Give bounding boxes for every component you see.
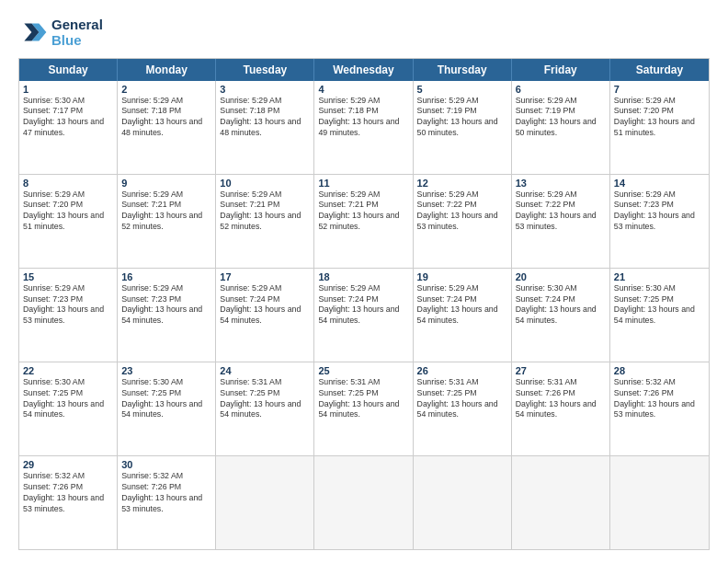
calendar-day-27: 27Sunrise: 5:31 AM Sunset: 7:26 PM Dayli…	[512, 362, 610, 455]
calendar-day-12: 12Sunrise: 5:29 AM Sunset: 7:22 PM Dayli…	[414, 175, 512, 268]
day-number: 21	[614, 271, 705, 282]
day-info: Sunrise: 5:29 AM Sunset: 7:21 PM Dayligh…	[220, 190, 310, 234]
day-info: Sunrise: 5:31 AM Sunset: 7:25 PM Dayligh…	[318, 377, 408, 421]
day-number: 4	[318, 84, 408, 95]
calendar-day-10: 10Sunrise: 5:29 AM Sunset: 7:21 PM Dayli…	[216, 175, 314, 268]
day-number: 24	[220, 365, 310, 376]
calendar-day-21: 21Sunrise: 5:30 AM Sunset: 7:25 PM Dayli…	[610, 269, 709, 362]
header-day-sunday: Sunday	[19, 59, 118, 81]
day-info: Sunrise: 5:29 AM Sunset: 7:22 PM Dayligh…	[516, 190, 606, 234]
calendar-day-14: 14Sunrise: 5:29 AM Sunset: 7:23 PM Dayli…	[610, 175, 709, 268]
day-info: Sunrise: 5:30 AM Sunset: 7:17 PM Dayligh…	[23, 96, 113, 140]
calendar-empty-cell	[512, 456, 610, 549]
calendar-day-16: 16Sunrise: 5:29 AM Sunset: 7:23 PM Dayli…	[118, 269, 216, 362]
day-info: Sunrise: 5:29 AM Sunset: 7:24 PM Dayligh…	[318, 283, 408, 327]
day-number: 14	[614, 178, 705, 189]
day-info: Sunrise: 5:29 AM Sunset: 7:23 PM Dayligh…	[121, 283, 211, 327]
day-number: 6	[516, 84, 606, 95]
logo: General Blue	[18, 17, 103, 49]
calendar-day-29: 29Sunrise: 5:32 AM Sunset: 7:26 PM Dayli…	[19, 456, 118, 549]
day-number: 16	[121, 271, 211, 282]
day-number: 23	[121, 365, 211, 376]
day-number: 17	[220, 271, 310, 282]
day-number: 25	[318, 365, 408, 376]
header-day-saturday: Saturday	[610, 59, 709, 81]
calendar-empty-cell	[610, 456, 709, 549]
day-number: 2	[121, 84, 211, 95]
day-number: 10	[220, 178, 310, 189]
day-number: 26	[417, 365, 507, 376]
calendar-day-22: 22Sunrise: 5:30 AM Sunset: 7:25 PM Dayli…	[19, 362, 118, 455]
calendar-day-6: 6Sunrise: 5:29 AM Sunset: 7:19 PM Daylig…	[512, 81, 610, 174]
day-number: 8	[23, 178, 113, 189]
day-number: 20	[516, 271, 606, 282]
calendar-day-28: 28Sunrise: 5:32 AM Sunset: 7:26 PM Dayli…	[610, 362, 709, 455]
logo-text: General Blue	[51, 17, 103, 49]
calendar-day-17: 17Sunrise: 5:29 AM Sunset: 7:24 PM Dayli…	[216, 269, 314, 362]
day-info: Sunrise: 5:29 AM Sunset: 7:24 PM Dayligh…	[417, 283, 507, 327]
day-number: 13	[516, 178, 606, 189]
page: General Blue SundayMondayTuesdayWednesda…	[0, 0, 728, 563]
day-number: 12	[417, 178, 507, 189]
day-info: Sunrise: 5:30 AM Sunset: 7:25 PM Dayligh…	[614, 283, 705, 327]
header-day-wednesday: Wednesday	[314, 59, 413, 81]
calendar-empty-cell	[216, 456, 314, 549]
calendar-day-23: 23Sunrise: 5:30 AM Sunset: 7:25 PM Dayli…	[118, 362, 216, 455]
day-info: Sunrise: 5:30 AM Sunset: 7:24 PM Dayligh…	[516, 283, 606, 327]
header-day-monday: Monday	[118, 59, 216, 81]
day-number: 19	[417, 271, 507, 282]
header-day-friday: Friday	[512, 59, 610, 81]
day-number: 1	[23, 84, 113, 95]
day-number: 15	[23, 271, 113, 282]
day-number: 27	[516, 365, 606, 376]
calendar-day-5: 5Sunrise: 5:29 AM Sunset: 7:19 PM Daylig…	[414, 81, 512, 174]
day-info: Sunrise: 5:29 AM Sunset: 7:23 PM Dayligh…	[23, 283, 113, 327]
calendar-day-2: 2Sunrise: 5:29 AM Sunset: 7:18 PM Daylig…	[118, 81, 216, 174]
header-day-tuesday: Tuesday	[216, 59, 314, 81]
calendar-day-13: 13Sunrise: 5:29 AM Sunset: 7:22 PM Dayli…	[512, 175, 610, 268]
calendar-row-4: 22Sunrise: 5:30 AM Sunset: 7:25 PM Dayli…	[19, 362, 709, 455]
day-info: Sunrise: 5:29 AM Sunset: 7:19 PM Dayligh…	[417, 96, 507, 140]
calendar-body: 1Sunrise: 5:30 AM Sunset: 7:17 PM Daylig…	[19, 81, 709, 550]
day-info: Sunrise: 5:29 AM Sunset: 7:24 PM Dayligh…	[220, 283, 310, 327]
calendar-day-24: 24Sunrise: 5:31 AM Sunset: 7:25 PM Dayli…	[216, 362, 314, 455]
day-info: Sunrise: 5:31 AM Sunset: 7:25 PM Dayligh…	[220, 377, 310, 421]
day-info: Sunrise: 5:31 AM Sunset: 7:26 PM Dayligh…	[516, 377, 606, 421]
day-number: 9	[121, 178, 211, 189]
day-info: Sunrise: 5:29 AM Sunset: 7:18 PM Dayligh…	[318, 96, 408, 140]
day-info: Sunrise: 5:29 AM Sunset: 7:19 PM Dayligh…	[516, 96, 606, 140]
day-info: Sunrise: 5:29 AM Sunset: 7:20 PM Dayligh…	[614, 96, 705, 140]
day-info: Sunrise: 5:29 AM Sunset: 7:21 PM Dayligh…	[121, 190, 211, 234]
calendar-day-19: 19Sunrise: 5:29 AM Sunset: 7:24 PM Dayli…	[414, 269, 512, 362]
calendar-day-15: 15Sunrise: 5:29 AM Sunset: 7:23 PM Dayli…	[19, 269, 118, 362]
calendar-day-7: 7Sunrise: 5:29 AM Sunset: 7:20 PM Daylig…	[610, 81, 709, 174]
header-day-thursday: Thursday	[414, 59, 512, 81]
day-info: Sunrise: 5:29 AM Sunset: 7:22 PM Dayligh…	[417, 190, 507, 234]
day-info: Sunrise: 5:29 AM Sunset: 7:21 PM Dayligh…	[318, 190, 408, 234]
day-number: 3	[220, 84, 310, 95]
calendar-day-9: 9Sunrise: 5:29 AM Sunset: 7:21 PM Daylig…	[118, 175, 216, 268]
calendar-day-4: 4Sunrise: 5:29 AM Sunset: 7:18 PM Daylig…	[314, 81, 413, 174]
calendar-empty-cell	[414, 456, 512, 549]
calendar-day-3: 3Sunrise: 5:29 AM Sunset: 7:18 PM Daylig…	[216, 81, 314, 174]
day-info: Sunrise: 5:29 AM Sunset: 7:18 PM Dayligh…	[121, 96, 211, 140]
day-number: 29	[23, 459, 113, 470]
day-info: Sunrise: 5:32 AM Sunset: 7:26 PM Dayligh…	[23, 471, 113, 515]
calendar-day-11: 11Sunrise: 5:29 AM Sunset: 7:21 PM Dayli…	[314, 175, 413, 268]
calendar-day-8: 8Sunrise: 5:29 AM Sunset: 7:20 PM Daylig…	[19, 175, 118, 268]
day-number: 7	[614, 84, 705, 95]
calendar-day-26: 26Sunrise: 5:31 AM Sunset: 7:25 PM Dayli…	[414, 362, 512, 455]
day-info: Sunrise: 5:32 AM Sunset: 7:26 PM Dayligh…	[121, 471, 211, 515]
calendar-day-20: 20Sunrise: 5:30 AM Sunset: 7:24 PM Dayli…	[512, 269, 610, 362]
day-number: 22	[23, 365, 113, 376]
day-info: Sunrise: 5:31 AM Sunset: 7:25 PM Dayligh…	[417, 377, 507, 421]
day-number: 30	[121, 459, 211, 470]
day-number: 18	[318, 271, 408, 282]
calendar-row-1: 1Sunrise: 5:30 AM Sunset: 7:17 PM Daylig…	[19, 81, 709, 174]
day-info: Sunrise: 5:29 AM Sunset: 7:20 PM Dayligh…	[23, 190, 113, 234]
calendar-row-2: 8Sunrise: 5:29 AM Sunset: 7:20 PM Daylig…	[19, 174, 709, 268]
calendar-day-25: 25Sunrise: 5:31 AM Sunset: 7:25 PM Dayli…	[314, 362, 413, 455]
day-info: Sunrise: 5:32 AM Sunset: 7:26 PM Dayligh…	[614, 377, 705, 421]
calendar-row-3: 15Sunrise: 5:29 AM Sunset: 7:23 PM Dayli…	[19, 268, 709, 362]
day-info: Sunrise: 5:29 AM Sunset: 7:18 PM Dayligh…	[220, 96, 310, 140]
